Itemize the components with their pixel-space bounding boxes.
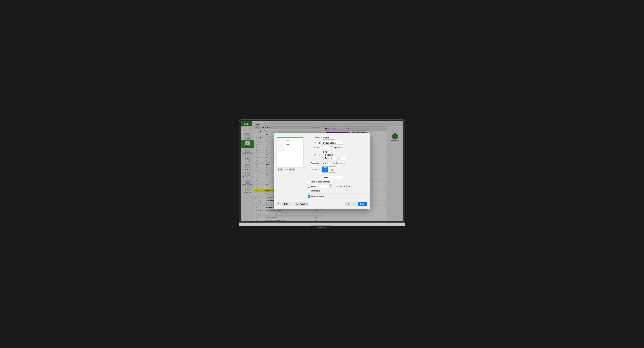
laptop-base [239, 223, 405, 226]
view-dropdown-icon: ⌄ [339, 176, 340, 178]
macbook-label: MacBook Pro [239, 227, 405, 229]
view-select[interactable]: View ⌄ [322, 176, 342, 179]
print-first-stepper: ▲ ▼ [329, 185, 332, 188]
dialog-overlay: « ‹ 1 of 45 › » Printer: [241, 121, 403, 221]
print-first-increment[interactable]: ▲ [330, 185, 332, 186]
paper-size-dropdown-icon: ⌄ [326, 162, 328, 164]
orientation-row: Orientation: [308, 166, 367, 173]
last-page-button[interactable]: » [292, 168, 295, 171]
orientation-buttons [322, 166, 336, 173]
separator [308, 174, 367, 174]
pages-row: Pages: All Selection [308, 151, 367, 160]
print-all-columns-row: Print all sheet columns [308, 181, 367, 183]
svg-point-7 [332, 169, 332, 170]
print-button[interactable]: Print [358, 202, 367, 206]
printer-dropdown-icon: ⌄ [330, 136, 331, 139]
print-notes-checkbox[interactable] [308, 190, 310, 192]
print-notes-row: Print Notes [308, 190, 367, 192]
svg-rect-0 [324, 167, 326, 171]
page-navigation: « ‹ 1 of 45 › » [277, 168, 305, 171]
print-preview [277, 137, 303, 167]
all-pages-radio-label[interactable]: All [322, 151, 348, 153]
cancel-button[interactable]: Cancel [345, 202, 356, 206]
from-pages-radio[interactable] [322, 157, 324, 159]
print-blank-pages-row: Print blank pages [308, 195, 367, 198]
paper-size-row: Paper Size: A3 ⌄ 297 by 420 mm [308, 161, 367, 165]
printer-row: Printer: Fujitsu ⌄ [308, 136, 367, 140]
pdf-dropdown-icon[interactable]: ▼ [288, 203, 290, 205]
selection-radio-label[interactable]: Selection [322, 154, 348, 156]
print-first-decrement[interactable]: ▼ [330, 186, 332, 188]
next-page-button[interactable]: › [289, 168, 292, 171]
dialog-body: « ‹ 1 of 45 › » Printer: [277, 136, 367, 199]
presets-dropdown-icon: ⌄ [337, 142, 339, 144]
to-page-input[interactable]: 1 [342, 157, 348, 160]
print-first-input[interactable]: 3 [321, 185, 327, 188]
first-page-button[interactable]: « [277, 168, 280, 171]
from-pages-radio-label[interactable]: From: 1 to: 1 [322, 157, 348, 160]
svg-rect-4 [331, 168, 334, 170]
presets-select[interactable]: Default Settings ⌄ [322, 141, 343, 145]
dialog-footer: ? PDF ▼ Hide Details Cancel Print [277, 202, 367, 206]
copies-row: Copies: 1 Two-Sided [308, 146, 367, 149]
print-first-row: Print First 3 ▲ ▼ columns on all pages [308, 185, 367, 188]
paper-size-select[interactable]: A3 ⌄ [322, 161, 332, 165]
presets-row: Presets: Default Settings ⌄ [308, 141, 367, 145]
preview-area: « ‹ 1 of 45 › » [277, 136, 305, 199]
print-dialog: « ‹ 1 of 45 › » Printer: [274, 133, 370, 209]
pages-radio-group: All Selection From: 1 [322, 151, 348, 160]
hide-details-button[interactable]: Hide Details [294, 202, 308, 206]
landscape-button[interactable] [329, 166, 336, 173]
view-row: View ⌄ [308, 176, 367, 179]
printer-select[interactable]: Fujitsu ⌄ [322, 136, 335, 140]
two-sided-checkbox[interactable] [331, 147, 333, 149]
from-page-input[interactable]: 1 [332, 157, 337, 160]
svg-point-3 [325, 168, 326, 169]
print-first-checkbox[interactable] [308, 185, 310, 188]
prev-page-button[interactable]: ‹ [280, 168, 283, 171]
copies-input[interactable]: 1 [322, 146, 330, 149]
settings-area: Printer: Fujitsu ⌄ Presets: Defaul [308, 136, 367, 199]
pdf-button[interactable]: PDF ▼ [282, 202, 292, 206]
all-pages-radio[interactable] [322, 151, 324, 153]
help-button[interactable]: ? [277, 202, 281, 206]
two-sided-checkbox-label[interactable]: Two-Sided [331, 147, 342, 149]
print-blank-pages-checkbox[interactable] [308, 195, 310, 198]
print-all-columns-checkbox[interactable] [308, 181, 310, 183]
selection-radio[interactable] [322, 154, 324, 156]
portrait-button[interactable] [322, 166, 328, 173]
